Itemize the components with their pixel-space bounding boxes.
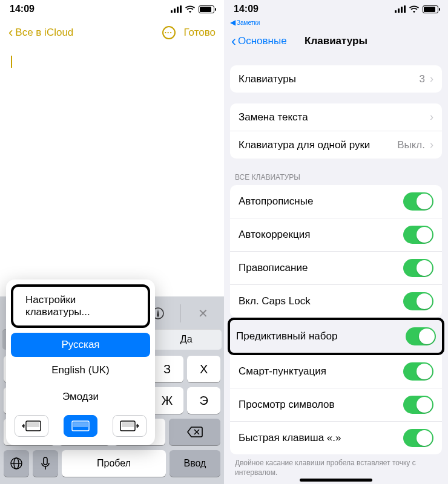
key[interactable]: Ж xyxy=(151,387,184,414)
svg-rect-2 xyxy=(177,7,179,13)
chevron-left-icon: ‹ xyxy=(231,34,236,48)
svg-rect-1 xyxy=(174,8,176,13)
keyboard-language-popup: Настройки клавиатуры... Русская English … xyxy=(6,280,155,445)
text-cursor xyxy=(11,56,12,68)
breadcrumb-label: Заметки xyxy=(237,19,260,26)
left-screenshot-notes: 14:09 ‹ Все в iCloud ••• Готово A xyxy=(0,0,224,484)
row-label: Клавиатуры xyxy=(239,73,296,85)
footer-period-shortcut: Двойное касание клавиши пробела вставляе… xyxy=(224,454,448,477)
keyboard-bottom-row: Пробел Ввод xyxy=(0,448,224,484)
wifi-icon xyxy=(409,5,420,13)
breadcrumb-back-notes[interactable]: ◀ Заметки xyxy=(224,18,448,28)
keyboard-mode-row xyxy=(6,410,155,439)
toggle-switch[interactable] xyxy=(403,226,433,244)
row-label: Предиктивный набор xyxy=(236,330,337,342)
row-spellcheck: Правописание xyxy=(230,252,442,285)
row-label: Быстрая клавиша «.» xyxy=(239,432,341,444)
globe-key[interactable] xyxy=(4,450,29,477)
done-button[interactable]: Готово xyxy=(184,27,216,39)
row-autocorrect: Автокоррекция xyxy=(230,218,442,252)
chevron-right-icon: › xyxy=(430,73,433,85)
cellular-icon xyxy=(171,5,182,13)
right-screenshot-settings: 14:09 ◀ Заметки ‹ Основные Клавиатуры Кл… xyxy=(224,0,448,484)
row-label: Автокоррекция xyxy=(239,229,310,241)
svg-rect-26 xyxy=(395,10,397,13)
back-to-folder-button[interactable]: ‹ Все в iCloud xyxy=(8,25,73,41)
backspace-key[interactable] xyxy=(169,419,220,445)
space-key[interactable]: Пробел xyxy=(62,450,166,477)
svg-rect-28 xyxy=(401,7,403,13)
row-smart-punctuation: Смарт-пунктуация xyxy=(230,355,442,388)
svg-rect-27 xyxy=(398,8,400,13)
toggle-switch[interactable] xyxy=(403,362,433,381)
status-bar: 14:09 xyxy=(224,0,448,18)
status-time: 14:09 xyxy=(10,4,35,15)
back-label: Все в iCloud xyxy=(15,27,73,39)
toolbar-divider xyxy=(180,304,181,322)
toggle-switch[interactable] xyxy=(403,396,433,414)
status-bar: 14:09 xyxy=(0,0,224,18)
row-label: Правописание xyxy=(239,262,308,274)
row-label: Автопрописные xyxy=(239,195,313,208)
keyboard-settings-item[interactable]: Настройки клавиатуры... xyxy=(11,284,150,328)
battery-icon xyxy=(423,5,438,13)
settings-content: Клавиатуры 3› Замена текста › Клавиатура… xyxy=(224,54,448,484)
suggestion-3[interactable]: Да xyxy=(151,329,222,350)
dictation-key[interactable] xyxy=(33,450,58,477)
lang-english-uk[interactable]: English (UK) xyxy=(6,357,155,384)
return-key[interactable]: Ввод xyxy=(170,450,220,477)
row-auto-caps: Автопрописные xyxy=(230,185,442,218)
svg-rect-21 xyxy=(27,422,39,427)
wifi-icon xyxy=(185,5,196,13)
page-title: Клавиатуры xyxy=(305,35,367,47)
toggle-switch[interactable] xyxy=(406,327,436,345)
group-header-all-keyboards: ВСЕ КЛАВИАТУРЫ xyxy=(224,169,448,185)
status-icons xyxy=(171,5,214,13)
row-character-preview: Просмотр символов xyxy=(230,388,442,422)
kb-mode-full-icon[interactable] xyxy=(64,415,97,437)
row-predictive: Предиктивный набор xyxy=(230,320,442,353)
kb-mode-left-icon[interactable] xyxy=(15,415,48,437)
row-one-handed-keyboard[interactable]: Клавиатура для одной руки Выкл.› xyxy=(230,131,442,159)
keyboard-panel: Aa ✕ Я Да Ц У Н Ш З Х В xyxy=(0,296,224,484)
kb-mode-right-icon[interactable] xyxy=(113,415,147,437)
svg-rect-0 xyxy=(171,10,173,13)
back-button[interactable]: ‹ Основные xyxy=(231,34,287,48)
toggle-switch[interactable] xyxy=(403,259,433,277)
notes-nav-bar: ‹ Все в iCloud ••• Готово xyxy=(0,18,224,47)
svg-rect-23 xyxy=(73,422,88,427)
lang-emoji[interactable]: Эмодзи xyxy=(6,384,155,410)
row-label: Смарт-пунктуация xyxy=(239,365,326,378)
note-editor[interactable] xyxy=(0,47,224,296)
row-caps-lock: Вкл. Caps Lock xyxy=(230,285,442,318)
chevron-left-icon: ◀ xyxy=(230,18,236,27)
chevron-right-icon: › xyxy=(430,111,433,123)
close-toolbar-icon[interactable]: ✕ xyxy=(191,303,216,324)
svg-rect-25 xyxy=(122,422,134,427)
key[interactable]: З xyxy=(151,356,184,382)
svg-rect-29 xyxy=(404,5,406,13)
one-hand-value: Выкл. xyxy=(397,139,425,151)
row-label: Клавиатура для одной руки xyxy=(239,139,370,151)
lang-russian[interactable]: Русская xyxy=(11,333,150,357)
cellular-icon xyxy=(395,5,406,13)
highlighted-predictive-row: Предиктивный набор xyxy=(228,318,444,355)
status-time: 14:09 xyxy=(234,4,259,15)
settings-nav-bar: ‹ Основные Клавиатуры xyxy=(224,28,448,54)
row-label: Замена текста xyxy=(239,111,308,123)
toggle-switch[interactable] xyxy=(403,292,433,310)
status-icons xyxy=(395,5,438,13)
toggle-switch[interactable] xyxy=(403,429,433,447)
key[interactable]: Х xyxy=(187,356,220,382)
chevron-right-icon: › xyxy=(430,139,433,151)
row-text-replacement[interactable]: Замена текста › xyxy=(230,103,442,131)
back-label: Основные xyxy=(238,35,287,47)
toggle-switch[interactable] xyxy=(403,192,433,211)
key[interactable]: Э xyxy=(187,387,220,414)
more-circle-icon[interactable]: ••• xyxy=(162,26,176,39)
chevron-left-icon: ‹ xyxy=(8,25,13,41)
row-label: Просмотр символов xyxy=(239,399,335,411)
svg-rect-18 xyxy=(44,457,47,465)
row-keyboards[interactable]: Клавиатуры 3› xyxy=(230,65,442,93)
row-label: Вкл. Caps Lock xyxy=(239,295,311,307)
